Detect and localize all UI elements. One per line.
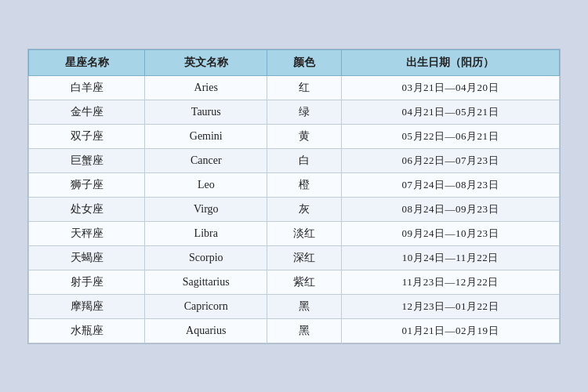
table-row: 双子座Gemini黄05月22日—06月21日 <box>29 124 560 148</box>
zodiac-table: 星座名称 英文名称 颜色 出生日期（阳历） 白羊座Aries红03月21日—04… <box>28 49 560 343</box>
table-row: 巨蟹座Cancer白06月22日—07月23日 <box>29 148 560 172</box>
table-row: 射手座Sagittarius紫红11月23日—12月22日 <box>29 270 560 294</box>
cell-chinese-name: 处女座 <box>29 197 145 221</box>
cell-english-name: Scorpio <box>145 245 267 270</box>
cell-english-name: Leo <box>145 172 267 197</box>
cell-date: 03月21日—04月20日 <box>341 75 559 100</box>
table-body: 白羊座Aries红03月21日—04月20日金牛座Taurus绿04月21日—0… <box>29 75 560 343</box>
zodiac-table-wrapper: 星座名称 英文名称 颜色 出生日期（阳历） 白羊座Aries红03月21日—04… <box>27 49 561 344</box>
table-row: 处女座Virgo灰08月24日—09月23日 <box>29 197 560 221</box>
cell-chinese-name: 金牛座 <box>29 100 145 124</box>
cell-date: 11月23日—12月22日 <box>341 270 559 294</box>
cell-color: 白 <box>267 148 341 172</box>
cell-date: 09月24日—10月23日 <box>341 221 559 245</box>
cell-date: 07月24日—08月23日 <box>341 172 559 197</box>
header-date: 出生日期（阳历） <box>341 49 559 75</box>
cell-english-name: Aries <box>145 75 267 100</box>
cell-date: 06月22日—07月23日 <box>341 148 559 172</box>
cell-chinese-name: 水瓶座 <box>29 318 145 343</box>
cell-color: 深红 <box>267 245 341 270</box>
cell-chinese-name: 射手座 <box>29 270 145 294</box>
cell-color: 灰 <box>267 197 341 221</box>
cell-color: 黑 <box>267 318 341 343</box>
cell-english-name: Cancer <box>145 148 267 172</box>
table-row: 金牛座Taurus绿04月21日—05月21日 <box>29 100 560 124</box>
cell-color: 紫红 <box>267 270 341 294</box>
cell-color: 橙 <box>267 172 341 197</box>
header-color: 颜色 <box>267 49 341 75</box>
cell-color: 绿 <box>267 100 341 124</box>
table-row: 摩羯座Capricorn黑12月23日—01月22日 <box>29 294 560 318</box>
cell-chinese-name: 巨蟹座 <box>29 148 145 172</box>
cell-english-name: Virgo <box>145 197 267 221</box>
cell-english-name: Gemini <box>145 124 267 148</box>
cell-date: 01月21日—02月19日 <box>341 318 559 343</box>
cell-date: 05月22日—06月21日 <box>341 124 559 148</box>
table-row: 白羊座Aries红03月21日—04月20日 <box>29 75 560 100</box>
table-row: 狮子座Leo橙07月24日—08月23日 <box>29 172 560 197</box>
cell-english-name: Aquarius <box>145 318 267 343</box>
table-row: 水瓶座Aquarius黑01月21日—02月19日 <box>29 318 560 343</box>
cell-chinese-name: 白羊座 <box>29 75 145 100</box>
cell-date: 12月23日—01月22日 <box>341 294 559 318</box>
cell-chinese-name: 摩羯座 <box>29 294 145 318</box>
table-header-row: 星座名称 英文名称 颜色 出生日期（阳历） <box>29 49 560 75</box>
cell-color: 淡红 <box>267 221 341 245</box>
cell-english-name: Taurus <box>145 100 267 124</box>
cell-chinese-name: 狮子座 <box>29 172 145 197</box>
table-row: 天秤座Libra淡红09月24日—10月23日 <box>29 221 560 245</box>
header-chinese-name: 星座名称 <box>29 49 145 75</box>
header-english-name: 英文名称 <box>145 49 267 75</box>
cell-date: 08月24日—09月23日 <box>341 197 559 221</box>
cell-color: 黑 <box>267 294 341 318</box>
cell-color: 红 <box>267 75 341 100</box>
cell-date: 04月21日—05月21日 <box>341 100 559 124</box>
cell-chinese-name: 天秤座 <box>29 221 145 245</box>
cell-english-name: Sagittarius <box>145 270 267 294</box>
cell-color: 黄 <box>267 124 341 148</box>
cell-date: 10月24日—11月22日 <box>341 245 559 270</box>
cell-chinese-name: 双子座 <box>29 124 145 148</box>
cell-english-name: Capricorn <box>145 294 267 318</box>
cell-chinese-name: 天蝎座 <box>29 245 145 270</box>
cell-english-name: Libra <box>145 221 267 245</box>
table-row: 天蝎座Scorpio深红10月24日—11月22日 <box>29 245 560 270</box>
